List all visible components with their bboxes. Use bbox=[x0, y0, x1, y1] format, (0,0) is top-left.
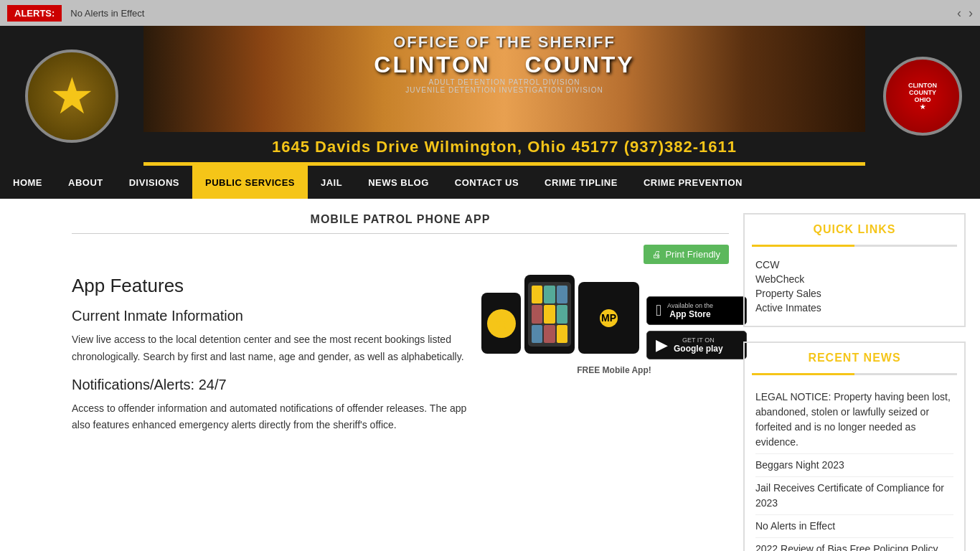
banner-office: OFFICE OF THE SHERIFF bbox=[374, 33, 634, 52]
section-notifications-body: Access to offender information and autom… bbox=[72, 400, 485, 435]
phone-main bbox=[524, 275, 575, 354]
quick-links-box: QUICK LINKS CCW WebCheck Property Sales … bbox=[743, 213, 966, 327]
header-yellow-bar bbox=[143, 162, 865, 166]
news-item-2[interactable]: Jail Receives Certificate of Compliance … bbox=[755, 477, 953, 515]
nav-news-blog[interactable]: NEWS BLOG bbox=[355, 166, 442, 199]
header-banner: OFFICE OF THE SHERIFF CLINTON COUNTY ADU… bbox=[143, 26, 865, 132]
star-icon: ★ bbox=[50, 71, 95, 121]
header-center: OFFICE OF THE SHERIFF CLINTON COUNTY ADU… bbox=[143, 26, 865, 166]
nav-public-services[interactable]: PUBLIC SERVICES bbox=[192, 166, 308, 199]
alerts-prev-button[interactable]: ‹ bbox=[957, 6, 961, 21]
print-icon: 🖨 bbox=[652, 249, 661, 260]
seal-text: CLINTONCOUNTYOHIO★ bbox=[908, 82, 937, 110]
app-store-name: App Store bbox=[667, 309, 713, 319]
google-play-name: Google play bbox=[674, 344, 723, 354]
quick-link-property-sales[interactable]: Property Sales bbox=[755, 286, 953, 301]
google-play-icon: ▶ bbox=[656, 336, 668, 354]
quick-link-webcheck[interactable]: WebCheck bbox=[755, 272, 953, 286]
page-title: MOBILE PATROL PHONE APP bbox=[72, 213, 729, 234]
print-bar: 🖨 Print Friendly bbox=[72, 245, 729, 264]
nav-jail[interactable]: JAIL bbox=[308, 166, 355, 199]
header-address: 1645 Davids Drive Wilmington, Ohio 45177… bbox=[143, 132, 865, 162]
banner-clinton: CLINTON bbox=[374, 52, 491, 77]
app-features-text: App Features Current Inmate Information … bbox=[72, 275, 485, 445]
quick-links-divider bbox=[752, 245, 957, 247]
news-item-3[interactable]: No Alerts in Effect bbox=[755, 515, 953, 538]
section-notifications-heading: Notifications/Alerts: 24/7 bbox=[72, 377, 485, 393]
phones-visual: ★ bbox=[481, 275, 639, 354]
sheriff-badge-left: ★ bbox=[25, 50, 118, 143]
app-features-section: App Features Current Inmate Information … bbox=[72, 275, 729, 445]
content-area: MOBILE PATROL PHONE APP 🖨 Print Friendly… bbox=[72, 213, 729, 551]
app-store-button[interactable]:  Available on the App Store bbox=[646, 296, 747, 325]
nav-home[interactable]: HOME bbox=[0, 166, 55, 199]
banner-text: OFFICE OF THE SHERIFF CLINTON COUNTY ADU… bbox=[374, 33, 634, 94]
banner-divisions: ADULT DETENTION PATROL DIVISION JUVENILE… bbox=[374, 78, 634, 94]
sidebar: QUICK LINKS CCW WebCheck Property Sales … bbox=[743, 213, 966, 551]
store-buttons:  Available on the App Store ▶ GET IT ON… bbox=[646, 296, 747, 359]
banner-county-word: COUNTY bbox=[525, 52, 635, 77]
section-inmate-body: View live access to the local detention … bbox=[72, 331, 485, 366]
recent-news-box: RECENT NEWS LEGAL NOTICE: Property havin… bbox=[743, 342, 966, 551]
app-features-image: ★ bbox=[499, 275, 729, 445]
main-content: MOBILE PATROL PHONE APP 🖨 Print Friendly… bbox=[0, 199, 980, 551]
recent-news-title: RECENT NEWS bbox=[745, 343, 964, 373]
alerts-navigation: ‹ › bbox=[957, 6, 973, 21]
quick-links-list: CCW WebCheck Property Sales Active Inmat… bbox=[745, 254, 964, 326]
phone-small: ★ bbox=[481, 293, 521, 354]
phone-wide: MP bbox=[578, 282, 639, 354]
nav-divisions[interactable]: DIVISIONS bbox=[116, 166, 192, 199]
nav-about[interactable]: ABOUT bbox=[55, 166, 116, 199]
google-play-sub: GET IT ON bbox=[674, 336, 723, 344]
recent-news-divider bbox=[752, 373, 957, 375]
free-app-text: FREE Mobile App! bbox=[577, 365, 651, 375]
google-play-button[interactable]: ▶ GET IT ON Google play bbox=[646, 331, 747, 359]
apple-icon:  bbox=[656, 301, 661, 320]
print-button-label: Print Friendly bbox=[665, 249, 720, 260]
alerts-bar: ALERTS: No Alerts in Effect ‹ › bbox=[0, 0, 980, 26]
nav-contact-us[interactable]: CONTACT US bbox=[442, 166, 532, 199]
alerts-message: No Alerts in Effect bbox=[70, 8, 957, 19]
quick-links-title: QUICK LINKS bbox=[745, 215, 964, 245]
app-features-heading: App Features bbox=[72, 275, 485, 297]
section-inmate-heading: Current Inmate Information bbox=[72, 308, 485, 324]
alerts-label: ALERTS: bbox=[7, 5, 62, 22]
site-header: ★ OFFICE OF THE SHERIFF CLINTON COUNTY A… bbox=[0, 26, 980, 166]
app-store-text: Available on the App Store bbox=[667, 302, 713, 319]
logo-left: ★ bbox=[0, 26, 143, 166]
news-item-4[interactable]: 2022 Review of Bias Free Policing Policy… bbox=[755, 538, 953, 551]
sheriff-seal-right: CLINTONCOUNTYOHIO★ bbox=[883, 57, 962, 136]
news-items-list: LEGAL NOTICE: Property having been lost,… bbox=[745, 382, 964, 551]
print-button[interactable]: 🖨 Print Friendly bbox=[644, 245, 729, 264]
quick-link-active-inmates[interactable]: Active Inmates bbox=[755, 301, 953, 315]
nav-crime-prevention[interactable]: CRIME PREVENTION bbox=[631, 166, 755, 199]
alerts-next-button[interactable]: › bbox=[969, 6, 973, 21]
google-play-text: GET IT ON Google play bbox=[674, 336, 723, 354]
banner-county: CLINTON COUNTY bbox=[374, 52, 634, 78]
quick-link-ccw[interactable]: CCW bbox=[755, 258, 953, 272]
nav-crime-tipline[interactable]: CRIME TIPLINE bbox=[532, 166, 631, 199]
main-navigation: HOME ABOUT DIVISIONS PUBLIC SERVICES JAI… bbox=[0, 166, 980, 199]
logo-right: CLINTONCOUNTYOHIO★ bbox=[865, 26, 980, 166]
news-item-1[interactable]: Beggars Night 2023 bbox=[755, 454, 953, 477]
news-item-0[interactable]: LEGAL NOTICE: Property having been lost,… bbox=[755, 386, 953, 454]
app-store-sub: Available on the bbox=[667, 302, 713, 309]
